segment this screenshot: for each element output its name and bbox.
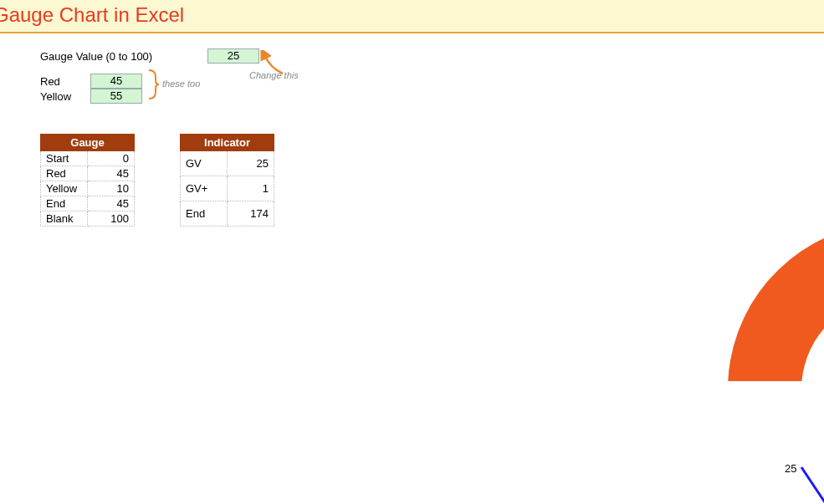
gauge-value-label: Gauge Value (0 to 100) bbox=[40, 50, 207, 63]
red-label: Red bbox=[40, 75, 90, 88]
gauge-value-input[interactable]: 25 bbox=[207, 48, 259, 64]
page-title: Gauge Chart in Excel bbox=[0, 3, 824, 27]
change-this-annotation: Change this bbox=[249, 70, 299, 80]
partial-gauge-svg bbox=[728, 214, 824, 227]
partial-gauge bbox=[728, 214, 824, 227]
yellow-value-input[interactable]: 55 bbox=[90, 89, 142, 104]
title-bar: Gauge Chart in Excel bbox=[0, 0, 824, 33]
gauge-table: Gauge Start0 Red45 Yellow10 End45 Blank1… bbox=[40, 134, 135, 227]
indicator-table: Indicator GV25 GV+1 End174 bbox=[180, 134, 274, 227]
brace-icon bbox=[147, 69, 161, 100]
gauge-table-header: Gauge bbox=[41, 135, 135, 151]
table-row: GV25 bbox=[181, 151, 274, 176]
these-too-annotation: these too bbox=[162, 79, 200, 89]
table-row: GV+1 bbox=[181, 176, 274, 201]
content-area: Gauge Value (0 to 100) 25 Change this Re… bbox=[0, 33, 824, 227]
table-row: End45 bbox=[41, 196, 135, 211]
indicator-table-header: Indicator bbox=[181, 135, 274, 151]
table-row: Red45 bbox=[41, 166, 135, 181]
red-value-input[interactable]: 45 bbox=[90, 74, 142, 89]
yellow-label: Yellow bbox=[40, 90, 90, 103]
table-row: Blank100 bbox=[41, 211, 135, 227]
table-row: Start0 bbox=[41, 151, 135, 166]
table-row: End174 bbox=[181, 201, 274, 227]
table-row: Yellow10 bbox=[41, 181, 135, 196]
